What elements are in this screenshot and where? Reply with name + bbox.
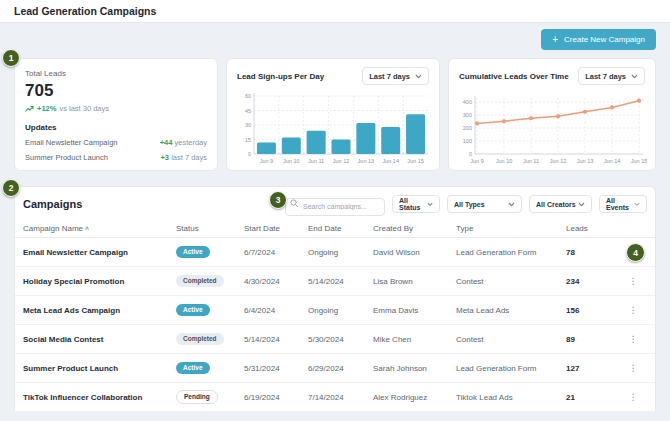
table-row[interactable]: TikTok Influencer Collaboration Pending …: [15, 383, 655, 412]
campaign-type: Lead Generation Form: [456, 248, 566, 257]
campaign-type: Meta Lead Ads: [456, 306, 566, 315]
page-title: Lead Generation Campaigns: [14, 5, 156, 17]
campaign-name: TikTok Influencer Collaboration: [23, 393, 176, 402]
status-badge: Active: [176, 246, 210, 258]
campaign-name: Summer Product Launch: [23, 364, 176, 373]
chevron-down-icon: [631, 74, 638, 79]
end-date: 5/30/2024: [308, 335, 373, 344]
status-badge: Active: [176, 362, 210, 374]
leads-count: 127: [566, 364, 623, 373]
leads-count: 78: [566, 248, 623, 257]
end-date: 6/29/2024: [308, 364, 373, 373]
chevron-down-icon: [508, 202, 515, 207]
bar-chart: 015304560Jun 9Jun 10Jun 11Jun 12Jun 13Ju…: [237, 88, 431, 172]
line-range-dropdown[interactable]: Last 7 days: [578, 67, 645, 85]
filter-all-events[interactable]: All Events: [599, 195, 647, 213]
svg-text:Jun 10: Jun 10: [283, 158, 300, 164]
annotation-marker-3: 3: [269, 191, 287, 209]
signups-per-day-panel: Lead Sign-ups Per Day Last 7 days 015304…: [226, 58, 440, 171]
line-chart: 0100200300400Jun 9Jun 10Jun 11Jun 12Jun …: [459, 88, 647, 172]
svg-text:Jun 9: Jun 9: [260, 158, 273, 164]
line-chart-title: Cumulative Leads Over Time: [459, 72, 569, 81]
column-status[interactable]: Status: [176, 224, 244, 233]
top-bar: Lead Generation Campaigns: [0, 0, 670, 23]
start-date: 6/4/2024: [244, 306, 308, 315]
start-date: 6/19/2024: [244, 393, 308, 402]
line-range-label: Last 7 days: [585, 72, 626, 81]
filter-all-creators[interactable]: All Creators: [529, 195, 592, 213]
created-by: Alex Rodriguez: [373, 393, 456, 402]
svg-text:Jun 12: Jun 12: [550, 158, 567, 164]
svg-text:300: 300: [463, 112, 472, 118]
table-header: Campaign Name˄ Status Start Date End Dat…: [15, 219, 655, 238]
campaign-name: Holiday Special Promotion: [23, 277, 176, 286]
end-date: Ongoing: [308, 306, 373, 315]
column-created-by[interactable]: Created By: [373, 224, 456, 233]
campaign-type: Contest: [456, 335, 566, 344]
svg-text:0: 0: [469, 151, 472, 157]
svg-text:Jun 11: Jun 11: [523, 158, 539, 164]
cumulative-leads-panel: Cumulative Leads Over Time Last 7 days 0…: [448, 58, 656, 171]
update-when: yesterday: [174, 138, 207, 147]
end-date: 7/14/2024: [308, 393, 373, 402]
sort-asc-icon: ˄: [85, 225, 89, 232]
campaign-name: Social Media Contest: [23, 335, 176, 344]
annotation-marker-2: 2: [2, 179, 20, 197]
table-row[interactable]: Holiday Special Promotion Completed 4/30…: [15, 267, 655, 296]
column-type[interactable]: Type: [456, 224, 566, 233]
svg-text:Jun 15: Jun 15: [631, 158, 647, 164]
svg-text:100: 100: [463, 138, 472, 144]
kebab-menu-icon[interactable]: ⋮: [629, 364, 638, 373]
start-date: 5/31/2024: [244, 364, 308, 373]
create-new-campaign-button[interactable]: + Create New Campaign: [541, 29, 656, 50]
search-campaigns: [285, 195, 385, 213]
svg-text:Jun 11: Jun 11: [308, 158, 324, 164]
svg-text:60: 60: [245, 93, 251, 99]
created-by: Emma Davis: [373, 306, 456, 315]
bar-range-dropdown[interactable]: Last 7 days: [362, 67, 429, 85]
lead-generation-dashboard: Lead Generation Campaigns + Create New C…: [0, 0, 670, 421]
annotation-marker-4: 4: [626, 243, 645, 262]
update-campaign-name: Summer Product Launch: [25, 153, 108, 162]
annotation-marker-1: 1: [2, 49, 20, 67]
svg-text:200: 200: [463, 125, 472, 131]
kebab-menu-icon[interactable]: ⋮: [629, 277, 638, 286]
plus-icon: +: [552, 35, 558, 45]
svg-text:Jun 13: Jun 13: [577, 158, 594, 164]
update-when: last 7 days: [171, 153, 207, 162]
table-row[interactable]: Meta Lead Ads Campaign Active 6/4/2024 O…: [15, 296, 655, 325]
status-badge: Completed: [176, 333, 224, 345]
column-leads[interactable]: Leads: [566, 224, 623, 233]
table-row[interactable]: Social Media Contest Completed 5/14/2024…: [15, 325, 655, 354]
table-row[interactable]: Summer Product Launch Active 5/31/2024 6…: [15, 354, 655, 383]
svg-text:Jun 14: Jun 14: [382, 158, 399, 164]
table-row[interactable]: Email Newsletter Campaign Active 6/7/202…: [15, 238, 655, 267]
campaign-type: Contest: [456, 277, 566, 286]
svg-text:Jun 10: Jun 10: [496, 158, 513, 164]
kebab-menu-icon[interactable]: ⋮: [629, 393, 638, 402]
campaign-name: Email Newsletter Campaign: [23, 248, 176, 257]
created-by: Lisa Brown: [373, 277, 456, 286]
filter-all-types[interactable]: All Types: [447, 195, 522, 213]
update-item: Email Newsletter Campaign +44 yesterday: [25, 138, 207, 147]
update-delta: +44: [160, 138, 173, 147]
created-by: Mike Chen: [373, 335, 456, 344]
kebab-menu-icon[interactable]: ⋮: [629, 335, 638, 344]
chevron-down-icon: [427, 202, 433, 207]
svg-text:Jun 15: Jun 15: [407, 158, 424, 164]
search-icon: [290, 199, 299, 208]
bar-range-label: Last 7 days: [369, 72, 410, 81]
filter-label: All Types: [454, 201, 485, 208]
column-end-date[interactable]: End Date: [308, 224, 373, 233]
leads-count: 156: [566, 306, 623, 315]
bar-chart-title: Lead Sign-ups Per Day: [237, 72, 324, 81]
start-date: 4/30/2024: [244, 277, 308, 286]
campaigns-section: Campaigns All Status All Types All Creat…: [14, 186, 656, 412]
svg-text:30: 30: [245, 122, 251, 128]
search-input[interactable]: [285, 198, 385, 216]
filter-all-status[interactable]: All Status: [392, 195, 440, 213]
kebab-menu-icon[interactable]: ⋮: [629, 306, 638, 315]
column-campaign-name[interactable]: Campaign Name˄: [23, 224, 176, 233]
column-start-date[interactable]: Start Date: [244, 224, 308, 233]
created-by: Sarah Johnson: [373, 364, 456, 373]
